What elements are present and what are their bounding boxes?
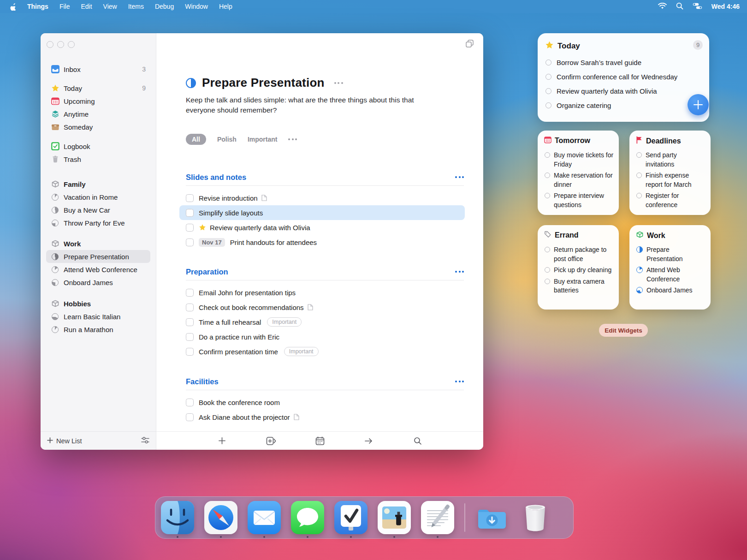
new-todo-icon[interactable] [216,435,228,447]
dock-things-icon[interactable] [334,501,368,534]
task-row[interactable]: Time a full rehearsal Important [186,315,464,329]
sidebar-item-trash[interactable]: Trash [46,153,150,166]
calendar-icon[interactable] [314,435,326,447]
menu-help[interactable]: Help [213,0,238,13]
sidebar-item-anytime[interactable]: Anytime [46,107,150,120]
sidebar-item-inbox[interactable]: Inbox 3 [46,63,150,76]
section-title[interactable]: Slides and notes [186,173,246,182]
checkbox[interactable] [545,173,550,178]
sidebar-project-vacation-in-rome[interactable]: Vacation in Rome [46,191,150,203]
checkbox[interactable] [186,209,194,217]
menu-items[interactable]: Items [123,0,149,13]
section-more-icon[interactable] [455,271,464,273]
sidebar-project-throw-party-for-eve[interactable]: Throw Party for Eve [46,216,150,229]
apple-menu-icon[interactable] [6,3,22,11]
checkbox[interactable] [186,194,194,202]
filter-polish[interactable]: Polish [217,136,237,143]
control-center-icon[interactable] [693,3,702,11]
dock-mail-icon[interactable] [248,501,281,534]
duplicate-icon[interactable] [465,39,474,50]
task-row[interactable]: Book the conference room [186,395,464,410]
sidebar-project-buy-a-new-car[interactable]: Buy a New Car [46,203,150,216]
section-more-icon[interactable] [455,381,464,382]
widget-task[interactable]: Buy movie tickets for Friday [545,151,614,169]
widget-task[interactable]: Finish expense report for March [636,171,706,189]
sidebar-item-today[interactable]: Today 9 [46,82,150,95]
checkbox[interactable] [545,74,551,80]
filter-important[interactable]: Important [248,136,278,143]
task-row[interactable]: Check out book recommendations [186,300,464,315]
spotlight-search-icon[interactable] [676,2,683,11]
add-todo-button[interactable] [688,94,709,115]
widget-deadlines[interactable]: Deadlines Send party invitations Finish … [629,131,711,215]
dock-textedit-icon[interactable] [421,501,454,534]
checkbox[interactable] [636,173,642,178]
task-row[interactable]: Email John for presentation tips [186,285,464,300]
minimize-button[interactable] [57,41,64,48]
dock-downloads-folder-icon[interactable] [475,501,509,534]
wifi-icon[interactable] [658,3,667,11]
checkbox[interactable] [545,267,550,273]
sidebar-area-hobbies[interactable]: Hobbies [46,297,150,310]
sidebar-item-logbook[interactable]: Logbook [46,140,150,153]
task-row-selected[interactable]: Simplify slide layouts [186,205,464,220]
menu-window[interactable]: Window [179,0,213,13]
sidebar-project-attend-web-conference[interactable]: Attend Web Conference [46,263,150,276]
widget-task[interactable]: Organize catering [545,98,702,113]
checkbox[interactable] [186,304,194,311]
menu-things[interactable]: Things [22,0,54,13]
menu-edit[interactable]: Edit [75,0,97,13]
close-button[interactable] [47,41,53,48]
checkbox[interactable] [545,279,550,284]
widget-task[interactable]: Send party invitations [636,151,706,169]
new-list-button[interactable]: New List [47,437,82,445]
task-row[interactable]: Review quarterly data with Olivia [186,220,464,235]
widget-task[interactable]: Confirm conference call for Wednesday [545,70,702,84]
widget-task[interactable]: Pick up dry cleaning [545,266,614,275]
section-more-icon[interactable] [455,176,464,178]
edit-widgets-button[interactable]: Edit Widgets [599,324,648,337]
widget-task[interactable]: Prepare interview questions [545,191,614,209]
checkbox[interactable] [636,193,642,198]
sidebar-settings-icon[interactable] [141,437,149,445]
widget-task[interactable]: Review quarterly data with Olivia [545,84,702,98]
more-options-icon[interactable] [334,82,343,84]
checkbox[interactable] [186,399,194,406]
widget-task[interactable]: Borrow Sarah’s travel guide [545,55,702,70]
checkbox[interactable] [186,238,194,246]
sidebar-area-work[interactable]: Work [46,237,150,250]
dock-safari-icon[interactable] [204,501,237,534]
sidebar-project-onboard-james[interactable]: Onboard James [46,276,150,289]
widget-errand[interactable]: Errand Return package to post office Pic… [538,225,619,310]
checkbox[interactable] [545,152,550,158]
sidebar-project-run-a-marathon[interactable]: Run a Marathon [46,323,150,336]
widget-work[interactable]: Work Prepare Presentation Attend Web Con… [629,225,711,310]
task-row[interactable]: Confirm presentation time Important [186,344,464,359]
task-row[interactable]: Nov 17 Print handouts for attendees [186,235,464,250]
dock-preview-icon[interactable] [378,501,411,534]
filter-all[interactable]: All [186,134,206,145]
menu-file[interactable]: File [54,0,76,13]
widget-task[interactable]: Return package to post office [545,245,614,263]
search-icon[interactable] [412,435,424,447]
checkbox[interactable] [186,333,194,341]
quick-entry-icon[interactable] [265,435,277,447]
project-notes[interactable]: Keep the talk and slides simple: what ar… [186,95,439,115]
widget-project[interactable]: Onboard James [636,286,706,295]
widget-task[interactable]: Make reservation for dinner [545,171,614,189]
widget-project[interactable]: Attend Web Conference [636,266,706,284]
checkbox[interactable] [545,247,550,252]
sidebar-item-someday[interactable]: Someday [46,120,150,133]
move-arrow-icon[interactable] [363,435,375,447]
checkbox[interactable] [545,102,551,108]
checkbox[interactable] [186,289,194,297]
dock-finder-icon[interactable] [161,501,194,534]
sidebar-project-learn-basic-italian[interactable]: Learn Basic Italian [46,310,150,323]
widget-tomorrow[interactable]: Tomorrow Buy movie tickets for Friday Ma… [538,131,619,215]
checkbox[interactable] [186,318,194,326]
dock-messages-icon[interactable] [291,501,324,534]
more-filters-icon[interactable] [288,138,297,140]
section-title[interactable]: Facilities [186,377,219,386]
widget-project[interactable]: Prepare Presentation [636,245,706,263]
checkbox[interactable] [545,60,551,66]
